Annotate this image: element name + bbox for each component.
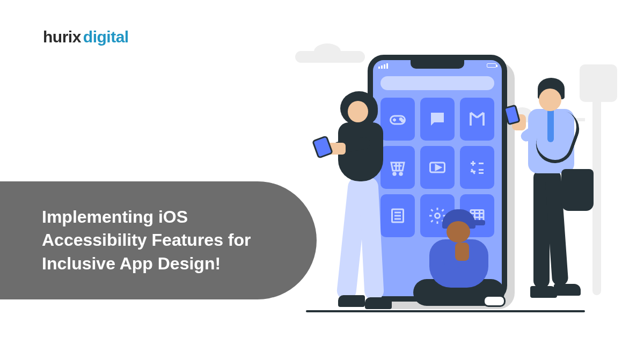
title-banner: Implementing iOS Accessibility Features …	[0, 181, 317, 299]
logo-part-digital: digital	[83, 28, 129, 46]
brand-logo: hurixdigital	[43, 28, 129, 46]
music-icon	[460, 98, 494, 141]
signal-icon	[378, 63, 388, 69]
bag-icon	[561, 169, 594, 211]
ground-line	[306, 310, 585, 312]
chat-icon	[420, 98, 455, 141]
cloud-shape	[295, 51, 365, 63]
logo-part-hurix: hurix	[43, 28, 81, 46]
video-icon	[420, 146, 455, 189]
person-sitting	[408, 209, 510, 317]
phone-statusbar	[378, 63, 496, 69]
page-title: Implementing iOS Accessibility Features …	[42, 206, 279, 275]
person-woman-leaning	[317, 91, 402, 306]
hero-illustration	[279, 32, 623, 322]
svg-marker-11	[436, 165, 441, 170]
battery-icon	[487, 63, 496, 68]
phone-icon	[312, 135, 334, 159]
calculator-icon	[460, 146, 494, 189]
person-man-standing	[510, 78, 601, 309]
phone-searchbar	[380, 76, 494, 90]
